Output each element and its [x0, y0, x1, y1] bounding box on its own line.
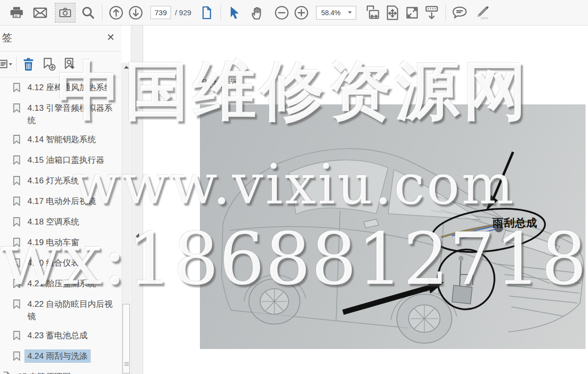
camera-icon	[59, 7, 72, 19]
bookmark-item[interactable]: 4.18 空调系统	[0, 212, 122, 233]
fit-width-icon	[366, 5, 380, 21]
bookmark-add-icon	[42, 57, 56, 71]
highlighter-icon	[475, 5, 491, 21]
bookmark-icon	[12, 133, 23, 147]
locate-bookmark-button[interactable]	[61, 56, 78, 73]
toolbar-separator	[445, 4, 446, 21]
bookmark-section-icon	[2, 371, 13, 374]
bookmark-icon	[12, 175, 23, 188]
single-page-view-button[interactable]	[197, 3, 217, 23]
bookmark-item-label: 4.20 组合仪表	[27, 257, 119, 269]
thumb-grip-icon	[124, 362, 129, 367]
bookmark-icon	[12, 236, 23, 250]
bookmark-icon	[12, 277, 23, 291]
trash-icon	[22, 57, 35, 71]
snapshot-button[interactable]	[55, 3, 75, 23]
bookmark-item-label: 4.16 灯光系统	[27, 175, 119, 187]
panel-splitter[interactable]	[131, 25, 143, 374]
bookmark-item[interactable]: 4.17 电动外后视镜	[0, 192, 122, 212]
minus-circle-icon	[274, 5, 289, 20]
scroll-up-button[interactable]	[122, 63, 131, 72]
main-toolbar: / 929	[0, 0, 588, 25]
list-options-icon	[0, 58, 14, 70]
bookmark-item[interactable]: 4.20 组合仪表	[0, 253, 122, 274]
search-icon	[81, 6, 95, 20]
zoom-in-button[interactable]	[292, 3, 311, 23]
hand-tool-button[interactable]	[247, 3, 267, 23]
bookmark-item[interactable]: 4.12 座椅通风加热系统	[0, 78, 122, 99]
bookmark-icon	[12, 102, 23, 116]
comment-button[interactable]	[450, 3, 469, 23]
bookmark-item[interactable]: 4.23 蓄电池总成	[0, 326, 122, 347]
triangle-up-icon	[124, 66, 129, 69]
continuous-scroll-button[interactable]	[422, 3, 441, 23]
bookmark-item-label: 4.23 蓄电池总成	[27, 329, 119, 342]
bookmark-find-icon	[63, 57, 76, 71]
bookmark-icon	[12, 216, 23, 229]
add-bookmark-button[interactable]	[41, 56, 57, 73]
toolbar-separator	[102, 4, 102, 21]
search-button[interactable]	[78, 3, 98, 23]
bookmark-icon	[12, 195, 23, 209]
bookmark-item-label: 05 电路原理图	[18, 371, 109, 374]
bookmark-item-label: 4.18 空调系统	[27, 216, 119, 228]
bookmark-icon	[12, 81, 23, 95]
bookmark-item[interactable]: 4.16 灯光系统	[0, 171, 122, 192]
page-number-input[interactable]	[150, 6, 171, 19]
arrow-down-circle-icon	[128, 5, 143, 20]
highlight-button[interactable]	[473, 3, 493, 23]
bookmark-icon	[12, 154, 23, 168]
bookmark-item[interactable]: 4.19 电动车窗	[0, 233, 122, 253]
toolbar-separator	[220, 4, 221, 21]
print-button[interactable]	[7, 3, 26, 23]
pdf-reader-window: / 929	[0, 0, 588, 374]
scrollbar-thumb[interactable]	[122, 304, 130, 374]
actual-size-button[interactable]	[402, 3, 422, 23]
zoom-level-value: 58.4%	[317, 9, 348, 17]
bookmark-item-label: 4.12 座椅通风加热系统	[27, 81, 119, 94]
bookmark-icon	[12, 298, 23, 312]
fit-page-button[interactable]	[383, 3, 402, 23]
hand-icon	[250, 5, 264, 20]
fit-width-button[interactable]	[363, 3, 383, 23]
bookmarks-panel-header: 签 ✕	[0, 25, 122, 51]
bookmark-item-label: 4.24 雨刮与洗涤	[25, 350, 90, 362]
sidebar-scrollbar[interactable]	[122, 63, 130, 374]
delete-bookmark-button[interactable]	[20, 56, 37, 73]
bookmark-item[interactable]: 05 电路原理图	[0, 367, 122, 374]
zoom-out-button[interactable]	[272, 3, 292, 23]
collapse-panel-button[interactable]	[134, 232, 140, 240]
bookmark-item-label: 4.17 电动外后视镜	[27, 195, 119, 207]
arrow-up-circle-icon	[109, 5, 123, 20]
next-page-button[interactable]	[126, 3, 146, 23]
cursor-icon	[228, 6, 241, 20]
triangle-left-icon	[136, 233, 139, 239]
close-panel-button[interactable]: ✕	[104, 30, 118, 44]
document-view[interactable]: 组件位置	[144, 25, 588, 374]
page-title: 组件位置	[198, 77, 241, 90]
envelope-icon	[33, 6, 48, 19]
bookmark-item-label: 4.19 电动车窗	[27, 236, 119, 249]
component-location-figure: 雨刮总成 洗涤器总成	[200, 104, 586, 349]
bookmark-item-label: 4.13 引擎音频模拟器系统	[27, 102, 119, 126]
select-tool-button[interactable]	[225, 3, 245, 23]
bookmark-item-label: 4.22 自动防眩目内后视镜	[27, 298, 119, 323]
bookmark-item[interactable]: 4.13 引擎音频模拟器系统	[0, 99, 122, 130]
bookmark-item[interactable]: 4.21 胎压监测系统	[0, 274, 122, 295]
bookmarks-panel: 签 ✕	[0, 25, 122, 374]
bookmark-item[interactable]: 4.14 智能钥匙系统	[0, 130, 122, 150]
panel-title: 签	[2, 31, 12, 45]
previous-page-button[interactable]	[106, 3, 126, 23]
plus-circle-icon	[294, 5, 309, 20]
email-button[interactable]	[30, 3, 50, 23]
bookmark-item[interactable]: 4.22 自动防眩目内后视镜	[0, 295, 122, 326]
expand-options-button[interactable]	[0, 56, 15, 73]
bookmarks-toolbar	[0, 51, 122, 77]
bookmark-item[interactable]: 4.15 油箱口盖执行器	[0, 150, 122, 171]
comment-bubble-icon	[452, 5, 467, 20]
bookmark-icon	[12, 350, 23, 364]
zoom-level-dropdown[interactable]: 58.4%	[316, 6, 356, 20]
fit-page-icon	[386, 5, 399, 21]
toolbar-separator	[16, 57, 17, 72]
bookmark-item-selected[interactable]: 4.24 雨刮与洗涤	[0, 347, 122, 367]
